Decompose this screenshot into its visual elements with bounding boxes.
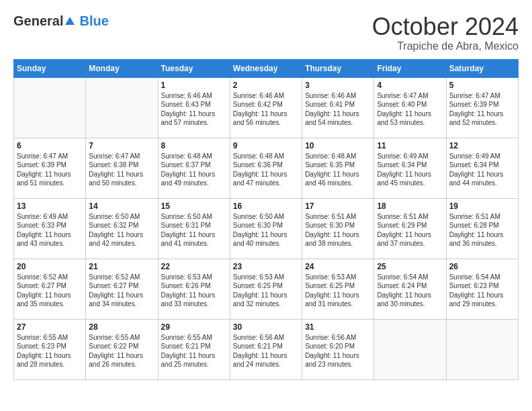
day-info: Sunrise: 6:47 AM Sunset: 6:40 PM Dayligh… [377, 91, 443, 128]
day-number: 25 [377, 262, 443, 271]
header-saturday: Saturday [446, 59, 518, 77]
day-info: Sunrise: 6:53 AM Sunset: 6:25 PM Dayligh… [305, 273, 371, 309]
table-row: 14Sunrise: 6:50 AM Sunset: 6:32 PM Dayli… [86, 198, 158, 259]
table-row: 25Sunrise: 6:54 AM Sunset: 6:24 PM Dayli… [374, 259, 446, 319]
header-friday: Friday [374, 59, 446, 77]
table-row: 27Sunrise: 6:55 AM Sunset: 6:23 PM Dayli… [14, 319, 86, 379]
logo-blue: Blue [79, 13, 108, 29]
day-number: 11 [377, 141, 443, 150]
table-row [14, 77, 86, 138]
table-row: 5Sunrise: 6:47 AM Sunset: 6:39 PM Daylig… [446, 77, 518, 138]
day-info: Sunrise: 6:50 AM Sunset: 6:32 PM Dayligh… [89, 212, 154, 248]
day-info: Sunrise: 6:55 AM Sunset: 6:23 PM Dayligh… [17, 333, 83, 369]
day-info: Sunrise: 6:47 AM Sunset: 6:38 PM Dayligh… [89, 152, 154, 188]
day-number: 22 [161, 262, 227, 271]
day-number: 2 [233, 81, 299, 90]
day-info: Sunrise: 6:50 AM Sunset: 6:30 PM Dayligh… [233, 212, 299, 248]
day-info: Sunrise: 6:49 AM Sunset: 6:33 PM Dayligh… [17, 212, 83, 248]
logo-general: General [13, 13, 63, 29]
day-number: 31 [305, 322, 371, 332]
day-number: 16 [233, 201, 299, 211]
calendar-week-row: 13Sunrise: 6:49 AM Sunset: 6:33 PM Dayli… [14, 198, 519, 259]
calendar-table: Sunday Monday Tuesday Wednesday Thursday… [13, 59, 519, 380]
table-row: 26Sunrise: 6:54 AM Sunset: 6:23 PM Dayli… [446, 259, 518, 319]
table-row: 6Sunrise: 6:47 AM Sunset: 6:39 PM Daylig… [14, 138, 86, 198]
table-row: 30Sunrise: 6:56 AM Sunset: 6:21 PM Dayli… [230, 319, 302, 379]
day-number: 28 [89, 322, 154, 332]
day-number: 15 [161, 201, 227, 211]
header-wednesday: Wednesday [230, 59, 302, 77]
location-title: Trapiche de Abra, Mexico [372, 40, 519, 52]
header: General Blue October 2024 Trapiche de Ab… [13, 13, 519, 52]
table-row: 20Sunrise: 6:52 AM Sunset: 6:27 PM Dayli… [14, 259, 86, 319]
table-row [446, 319, 518, 379]
day-number: 5 [449, 81, 515, 90]
day-info: Sunrise: 6:47 AM Sunset: 6:39 PM Dayligh… [17, 152, 83, 188]
day-number: 26 [449, 262, 515, 271]
table-row: 9Sunrise: 6:48 AM Sunset: 6:36 PM Daylig… [230, 138, 302, 198]
day-number: 24 [305, 262, 371, 271]
day-info: Sunrise: 6:46 AM Sunset: 6:43 PM Dayligh… [161, 91, 227, 128]
table-row: 23Sunrise: 6:53 AM Sunset: 6:25 PM Dayli… [230, 259, 302, 319]
table-row: 21Sunrise: 6:52 AM Sunset: 6:27 PM Dayli… [86, 259, 158, 319]
table-row: 17Sunrise: 6:51 AM Sunset: 6:30 PM Dayli… [302, 198, 374, 259]
day-number: 18 [377, 201, 443, 211]
calendar-header-row: Sunday Monday Tuesday Wednesday Thursday… [14, 59, 519, 77]
day-info: Sunrise: 6:51 AM Sunset: 6:28 PM Dayligh… [449, 212, 515, 248]
day-info: Sunrise: 6:55 AM Sunset: 6:21 PM Dayligh… [161, 333, 227, 369]
header-monday: Monday [86, 59, 158, 77]
month-title: October 2024 [372, 13, 519, 40]
table-row: 24Sunrise: 6:53 AM Sunset: 6:25 PM Dayli… [302, 259, 374, 319]
table-row: 2Sunrise: 6:46 AM Sunset: 6:42 PM Daylig… [230, 77, 302, 138]
day-info: Sunrise: 6:49 AM Sunset: 6:34 PM Dayligh… [449, 152, 515, 188]
table-row: 12Sunrise: 6:49 AM Sunset: 6:34 PM Dayli… [446, 138, 518, 198]
table-row: 15Sunrise: 6:50 AM Sunset: 6:31 PM Dayli… [158, 198, 230, 259]
day-number: 19 [449, 201, 515, 211]
day-number: 30 [233, 322, 299, 332]
svg-marker-0 [65, 17, 75, 25]
table-row: 16Sunrise: 6:50 AM Sunset: 6:30 PM Dayli… [230, 198, 302, 259]
calendar-week-row: 1Sunrise: 6:46 AM Sunset: 6:43 PM Daylig… [14, 77, 519, 138]
table-row: 1Sunrise: 6:46 AM Sunset: 6:43 PM Daylig… [158, 77, 230, 138]
logo: General Blue [13, 13, 109, 29]
day-info: Sunrise: 6:51 AM Sunset: 6:29 PM Dayligh… [377, 212, 443, 248]
day-info: Sunrise: 6:51 AM Sunset: 6:30 PM Dayligh… [305, 212, 371, 248]
day-number: 12 [449, 141, 515, 150]
day-number: 14 [89, 201, 154, 211]
logo-icon [64, 15, 76, 28]
day-info: Sunrise: 6:53 AM Sunset: 6:26 PM Dayligh… [161, 273, 227, 309]
day-number: 7 [89, 141, 154, 150]
day-info: Sunrise: 6:46 AM Sunset: 6:42 PM Dayligh… [233, 91, 299, 128]
day-number: 10 [305, 141, 371, 150]
day-number: 8 [161, 141, 227, 150]
day-number: 21 [89, 262, 154, 271]
header-thursday: Thursday [302, 59, 374, 77]
table-row: 19Sunrise: 6:51 AM Sunset: 6:28 PM Dayli… [446, 198, 518, 259]
table-row: 13Sunrise: 6:49 AM Sunset: 6:33 PM Dayli… [14, 198, 86, 259]
table-row: 18Sunrise: 6:51 AM Sunset: 6:29 PM Dayli… [374, 198, 446, 259]
calendar-week-row: 6Sunrise: 6:47 AM Sunset: 6:39 PM Daylig… [14, 138, 519, 198]
day-info: Sunrise: 6:52 AM Sunset: 6:27 PM Dayligh… [17, 273, 83, 309]
day-number: 4 [377, 81, 443, 90]
calendar-week-row: 20Sunrise: 6:52 AM Sunset: 6:27 PM Dayli… [14, 259, 519, 319]
day-info: Sunrise: 6:48 AM Sunset: 6:36 PM Dayligh… [233, 152, 299, 188]
day-info: Sunrise: 6:54 AM Sunset: 6:24 PM Dayligh… [377, 273, 443, 309]
table-row: 29Sunrise: 6:55 AM Sunset: 6:21 PM Dayli… [158, 319, 230, 379]
header-sunday: Sunday [14, 59, 86, 77]
day-number: 13 [17, 201, 83, 211]
day-number: 9 [233, 141, 299, 150]
day-info: Sunrise: 6:47 AM Sunset: 6:39 PM Dayligh… [449, 91, 515, 128]
header-tuesday: Tuesday [158, 59, 230, 77]
day-info: Sunrise: 6:56 AM Sunset: 6:20 PM Dayligh… [305, 333, 371, 369]
table-row: 11Sunrise: 6:49 AM Sunset: 6:34 PM Dayli… [374, 138, 446, 198]
table-row: 3Sunrise: 6:46 AM Sunset: 6:41 PM Daylig… [302, 77, 374, 138]
table-row: 10Sunrise: 6:48 AM Sunset: 6:35 PM Dayli… [302, 138, 374, 198]
day-info: Sunrise: 6:56 AM Sunset: 6:21 PM Dayligh… [233, 333, 299, 369]
day-info: Sunrise: 6:54 AM Sunset: 6:23 PM Dayligh… [449, 273, 515, 309]
table-row: 7Sunrise: 6:47 AM Sunset: 6:38 PM Daylig… [86, 138, 158, 198]
day-info: Sunrise: 6:52 AM Sunset: 6:27 PM Dayligh… [89, 273, 154, 309]
day-number: 23 [233, 262, 299, 271]
day-info: Sunrise: 6:48 AM Sunset: 6:37 PM Dayligh… [161, 152, 227, 188]
day-number: 6 [17, 141, 83, 150]
table-row [86, 77, 158, 138]
